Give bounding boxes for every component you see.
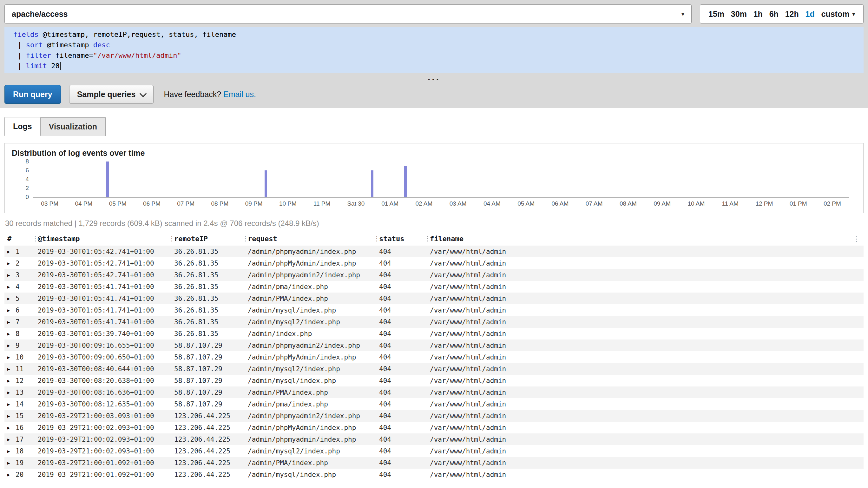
query-line[interactable]: | limit 20 bbox=[4, 61, 864, 71]
column-grip-icon[interactable]: ⋮ bbox=[32, 235, 39, 242]
row-index-cell: 8 bbox=[16, 330, 38, 338]
row-expander-icon[interactable]: ▶ bbox=[7, 343, 16, 348]
filename-cell: /var/www/html/admin bbox=[430, 295, 849, 302]
table-row[interactable]: ▶142019-03-30T00:08:12.635+01:0058.87.10… bbox=[4, 398, 864, 410]
column-grip-icon[interactable]: ⋮ bbox=[242, 235, 249, 242]
x-tick-label: 09 PM bbox=[237, 200, 271, 207]
table-row[interactable]: ▶62019-03-30T01:05:41.741+01:0036.26.81.… bbox=[4, 304, 864, 316]
query-editor[interactable]: fields @timestamp, remoteIP,request, sta… bbox=[4, 27, 864, 73]
table-row[interactable]: ▶82019-03-30T01:05:39.740+01:0036.26.81.… bbox=[4, 328, 864, 339]
remoteip-cell: 36.26.81.35 bbox=[174, 330, 248, 338]
table-row[interactable]: ▶182019-03-29T21:00:02.093+01:00123.206.… bbox=[4, 445, 864, 457]
row-expander-icon[interactable]: ▶ bbox=[7, 273, 16, 278]
row-expander-icon[interactable]: ▶ bbox=[7, 378, 16, 383]
request-cell: /admin/phpMyAdmin/index.php bbox=[248, 424, 379, 431]
table-row[interactable]: ▶72019-03-30T01:05:41.741+01:0036.26.81.… bbox=[4, 316, 864, 328]
row-expander-icon[interactable]: ▶ bbox=[7, 390, 16, 395]
table-row[interactable]: ▶192019-03-29T21:00:01.092+01:00123.206.… bbox=[4, 457, 864, 469]
x-tick-label: 10 AM bbox=[679, 200, 713, 207]
row-expander-icon[interactable]: ▶ bbox=[7, 331, 16, 336]
tab-logs[interactable]: Logs bbox=[4, 117, 41, 136]
run-query-button[interactable]: Run query bbox=[4, 85, 61, 104]
query-toolbar: apache/access ▾ 15m30m1h6h12h1dcustom▾ f… bbox=[0, 0, 868, 108]
x-tick-label: 09 AM bbox=[645, 200, 679, 207]
time-range-6h[interactable]: 6h bbox=[769, 9, 778, 19]
x-tick-label: 01 PM bbox=[781, 200, 815, 207]
table-row[interactable]: ▶92019-03-30T00:09:16.655+01:0058.87.107… bbox=[4, 339, 864, 351]
row-expander-icon[interactable]: ▶ bbox=[7, 308, 16, 313]
column-grip-icon[interactable]: ⋮ bbox=[853, 235, 860, 243]
row-expander-icon[interactable]: ▶ bbox=[7, 414, 16, 419]
tab-visualization[interactable]: Visualization bbox=[41, 117, 106, 136]
sample-queries-button[interactable]: Sample queries bbox=[69, 85, 154, 104]
time-range-custom[interactable]: custom▾ bbox=[822, 9, 855, 19]
chart-bar[interactable] bbox=[265, 171, 267, 197]
row-expander-icon[interactable]: ▶ bbox=[7, 437, 16, 442]
table-row[interactable]: ▶172019-03-29T21:00:02.093+01:00123.206.… bbox=[4, 433, 864, 445]
status-cell: 404 bbox=[379, 400, 430, 408]
column-grip-icon[interactable]: ⋮ bbox=[168, 235, 175, 242]
request-cell: /admin/mysql2/index.php bbox=[248, 365, 379, 373]
table-row[interactable]: ▶102019-03-30T00:09:00.650+01:0058.87.10… bbox=[4, 351, 864, 363]
log-group-select[interactable]: apache/access ▾ bbox=[4, 4, 692, 24]
column-grip-icon[interactable]: ⋮ bbox=[424, 235, 431, 242]
table-row[interactable]: ▶22019-03-30T01:05:42.741+01:0036.26.81.… bbox=[4, 257, 864, 269]
remoteip-cell: 123.206.44.225 bbox=[174, 412, 248, 420]
query-line[interactable]: | filter filename="/var/www/html/admin" bbox=[4, 50, 864, 61]
row-expander-icon[interactable]: ▶ bbox=[7, 261, 16, 266]
row-expander-icon[interactable]: ▶ bbox=[7, 296, 16, 301]
email-us-link[interactable]: Email us. bbox=[223, 90, 256, 99]
row-expander-icon[interactable]: ▶ bbox=[7, 366, 16, 371]
row-expander-icon[interactable]: ▶ bbox=[7, 249, 16, 254]
results-tabs: Logs Visualization bbox=[0, 108, 868, 136]
table-row[interactable]: ▶52019-03-30T01:05:41.741+01:0036.26.81.… bbox=[4, 293, 864, 304]
table-row[interactable]: ▶42019-03-30T01:05:41.741+01:0036.26.81.… bbox=[4, 281, 864, 293]
time-range-1h[interactable]: 1h bbox=[753, 9, 763, 19]
filename-cell: /var/www/html/admin bbox=[430, 436, 849, 443]
time-range-30m[interactable]: 30m bbox=[731, 9, 747, 19]
table-row[interactable]: ▶12019-03-30T01:05:42.741+01:0036.26.81.… bbox=[4, 246, 864, 257]
timestamp-cell: 2019-03-30T00:08:20.638+01:00 bbox=[38, 377, 174, 385]
row-expander-icon[interactable]: ▶ bbox=[7, 402, 16, 407]
row-index-cell: 1 bbox=[16, 248, 38, 255]
timestamp-cell: 2019-03-30T01:05:41.741+01:00 bbox=[38, 283, 174, 291]
table-row[interactable]: ▶122019-03-30T00:08:20.638+01:0058.87.10… bbox=[4, 375, 864, 387]
column-header-filename: ⋮filename bbox=[430, 235, 849, 243]
timestamp-cell: 2019-03-29T21:00:02.093+01:00 bbox=[38, 447, 174, 455]
table-row[interactable]: ▶32019-03-30T01:05:42.741+01:0036.26.81.… bbox=[4, 269, 864, 281]
table-row[interactable]: ▶162019-03-29T21:00:02.093+01:00123.206.… bbox=[4, 422, 864, 433]
table-row[interactable]: ▶112019-03-30T00:08:40.644+01:0058.87.10… bbox=[4, 363, 864, 375]
remoteip-cell: 58.87.107.29 bbox=[174, 365, 248, 373]
row-expander-icon[interactable]: ▶ bbox=[7, 449, 16, 454]
row-expander-icon[interactable]: ▶ bbox=[7, 425, 16, 430]
row-expander-icon[interactable]: ▶ bbox=[7, 319, 16, 325]
query-line[interactable]: | sort @timestamp desc bbox=[4, 40, 864, 50]
y-tick-label: 6 bbox=[25, 167, 29, 174]
x-tick-label: 07 PM bbox=[169, 200, 203, 207]
row-expander-icon[interactable]: ▶ bbox=[7, 460, 16, 465]
chart-bar[interactable] bbox=[404, 166, 407, 197]
editor-resize-handle[interactable]: ... bbox=[4, 73, 864, 84]
remoteip-cell: 36.26.81.35 bbox=[174, 295, 248, 302]
x-tick-label: 01 AM bbox=[373, 200, 407, 207]
query-line[interactable]: fields @timestamp, remoteIP,request, sta… bbox=[4, 29, 864, 40]
row-expander-icon[interactable]: ▶ bbox=[7, 284, 16, 289]
table-row[interactable]: ▶202019-03-29T21:00:01.092+01:00123.206.… bbox=[4, 469, 864, 480]
chart-bar[interactable] bbox=[371, 171, 373, 197]
time-range-15m[interactable]: 15m bbox=[708, 9, 724, 19]
chart-bar[interactable] bbox=[106, 161, 109, 197]
row-expander-icon[interactable]: ▶ bbox=[7, 355, 16, 360]
row-expander-icon[interactable]: ▶ bbox=[7, 472, 16, 477]
timestamp-cell: 2019-03-30T00:08:40.644+01:00 bbox=[38, 365, 174, 373]
timestamp-cell: 2019-03-30T01:05:42.741+01:00 bbox=[38, 260, 174, 267]
time-range-1d[interactable]: 1d bbox=[806, 9, 815, 19]
status-cell: 404 bbox=[379, 377, 430, 385]
x-tick-label: 05 PM bbox=[101, 200, 135, 207]
remoteip-cell: 58.87.107.29 bbox=[174, 389, 248, 396]
table-row[interactable]: ▶132019-03-30T00:08:16.636+01:0058.87.10… bbox=[4, 387, 864, 398]
column-grip-icon[interactable]: ⋮ bbox=[373, 235, 380, 242]
request-cell: /admin/index.php bbox=[248, 330, 379, 338]
remoteip-cell: 36.26.81.35 bbox=[174, 306, 248, 314]
time-range-12h[interactable]: 12h bbox=[785, 9, 799, 19]
table-row[interactable]: ▶152019-03-29T21:00:03.093+01:00123.206.… bbox=[4, 410, 864, 422]
